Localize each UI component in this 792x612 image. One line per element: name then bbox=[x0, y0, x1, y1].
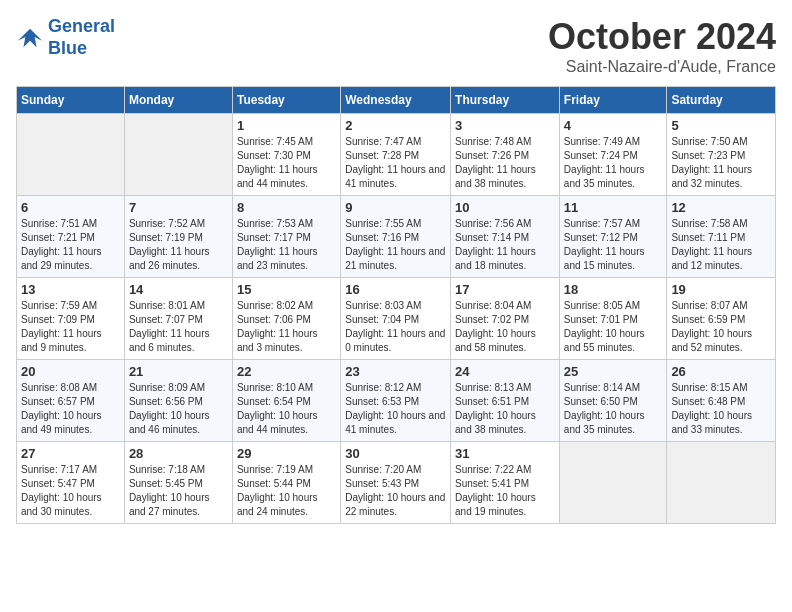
day-info: Sunrise: 7:22 AM Sunset: 5:41 PM Dayligh… bbox=[455, 463, 555, 519]
title-block: October 2024 Saint-Nazaire-d'Aude, Franc… bbox=[548, 16, 776, 76]
day-cell: 22Sunrise: 8:10 AM Sunset: 6:54 PM Dayli… bbox=[232, 360, 340, 442]
day-info: Sunrise: 8:05 AM Sunset: 7:01 PM Dayligh… bbox=[564, 299, 663, 355]
week-row-2: 6Sunrise: 7:51 AM Sunset: 7:21 PM Daylig… bbox=[17, 196, 776, 278]
day-cell: 2Sunrise: 7:47 AM Sunset: 7:28 PM Daylig… bbox=[341, 114, 451, 196]
week-row-3: 13Sunrise: 7:59 AM Sunset: 7:09 PM Dayli… bbox=[17, 278, 776, 360]
day-number: 18 bbox=[564, 282, 663, 297]
day-number: 19 bbox=[671, 282, 771, 297]
day-info: Sunrise: 8:14 AM Sunset: 6:50 PM Dayligh… bbox=[564, 381, 663, 437]
weekday-header-row: SundayMondayTuesdayWednesdayThursdayFrid… bbox=[17, 87, 776, 114]
svg-marker-0 bbox=[18, 28, 42, 47]
day-info: Sunrise: 7:51 AM Sunset: 7:21 PM Dayligh… bbox=[21, 217, 120, 273]
logo-icon bbox=[16, 24, 44, 52]
week-row-5: 27Sunrise: 7:17 AM Sunset: 5:47 PM Dayli… bbox=[17, 442, 776, 524]
day-number: 1 bbox=[237, 118, 336, 133]
weekday-header-wednesday: Wednesday bbox=[341, 87, 451, 114]
day-info: Sunrise: 7:55 AM Sunset: 7:16 PM Dayligh… bbox=[345, 217, 446, 273]
day-number: 26 bbox=[671, 364, 771, 379]
day-cell: 19Sunrise: 8:07 AM Sunset: 6:59 PM Dayli… bbox=[667, 278, 776, 360]
day-cell: 15Sunrise: 8:02 AM Sunset: 7:06 PM Dayli… bbox=[232, 278, 340, 360]
day-cell: 14Sunrise: 8:01 AM Sunset: 7:07 PM Dayli… bbox=[124, 278, 232, 360]
day-info: Sunrise: 7:53 AM Sunset: 7:17 PM Dayligh… bbox=[237, 217, 336, 273]
day-cell: 21Sunrise: 8:09 AM Sunset: 6:56 PM Dayli… bbox=[124, 360, 232, 442]
weekday-header-saturday: Saturday bbox=[667, 87, 776, 114]
page-header: General Blue October 2024 Saint-Nazaire-… bbox=[16, 16, 776, 76]
day-cell bbox=[559, 442, 667, 524]
day-cell bbox=[124, 114, 232, 196]
day-number: 31 bbox=[455, 446, 555, 461]
day-cell: 5Sunrise: 7:50 AM Sunset: 7:23 PM Daylig… bbox=[667, 114, 776, 196]
weekday-header-tuesday: Tuesday bbox=[232, 87, 340, 114]
day-cell: 11Sunrise: 7:57 AM Sunset: 7:12 PM Dayli… bbox=[559, 196, 667, 278]
day-info: Sunrise: 7:19 AM Sunset: 5:44 PM Dayligh… bbox=[237, 463, 336, 519]
day-number: 8 bbox=[237, 200, 336, 215]
day-cell: 18Sunrise: 8:05 AM Sunset: 7:01 PM Dayli… bbox=[559, 278, 667, 360]
day-number: 16 bbox=[345, 282, 446, 297]
day-number: 30 bbox=[345, 446, 446, 461]
day-cell: 30Sunrise: 7:20 AM Sunset: 5:43 PM Dayli… bbox=[341, 442, 451, 524]
day-cell: 29Sunrise: 7:19 AM Sunset: 5:44 PM Dayli… bbox=[232, 442, 340, 524]
day-cell: 25Sunrise: 8:14 AM Sunset: 6:50 PM Dayli… bbox=[559, 360, 667, 442]
day-info: Sunrise: 7:47 AM Sunset: 7:28 PM Dayligh… bbox=[345, 135, 446, 191]
day-cell: 8Sunrise: 7:53 AM Sunset: 7:17 PM Daylig… bbox=[232, 196, 340, 278]
day-cell: 20Sunrise: 8:08 AM Sunset: 6:57 PM Dayli… bbox=[17, 360, 125, 442]
day-info: Sunrise: 7:57 AM Sunset: 7:12 PM Dayligh… bbox=[564, 217, 663, 273]
day-info: Sunrise: 7:17 AM Sunset: 5:47 PM Dayligh… bbox=[21, 463, 120, 519]
day-cell: 27Sunrise: 7:17 AM Sunset: 5:47 PM Dayli… bbox=[17, 442, 125, 524]
day-info: Sunrise: 8:15 AM Sunset: 6:48 PM Dayligh… bbox=[671, 381, 771, 437]
day-info: Sunrise: 7:49 AM Sunset: 7:24 PM Dayligh… bbox=[564, 135, 663, 191]
day-number: 7 bbox=[129, 200, 228, 215]
day-cell: 17Sunrise: 8:04 AM Sunset: 7:02 PM Dayli… bbox=[451, 278, 560, 360]
day-cell: 28Sunrise: 7:18 AM Sunset: 5:45 PM Dayli… bbox=[124, 442, 232, 524]
calendar-table: SundayMondayTuesdayWednesdayThursdayFrid… bbox=[16, 86, 776, 524]
day-number: 2 bbox=[345, 118, 446, 133]
day-number: 29 bbox=[237, 446, 336, 461]
day-number: 6 bbox=[21, 200, 120, 215]
day-info: Sunrise: 8:07 AM Sunset: 6:59 PM Dayligh… bbox=[671, 299, 771, 355]
day-number: 27 bbox=[21, 446, 120, 461]
day-cell: 10Sunrise: 7:56 AM Sunset: 7:14 PM Dayli… bbox=[451, 196, 560, 278]
day-number: 12 bbox=[671, 200, 771, 215]
day-info: Sunrise: 7:48 AM Sunset: 7:26 PM Dayligh… bbox=[455, 135, 555, 191]
weekday-header-friday: Friday bbox=[559, 87, 667, 114]
day-info: Sunrise: 8:01 AM Sunset: 7:07 PM Dayligh… bbox=[129, 299, 228, 355]
day-cell: 4Sunrise: 7:49 AM Sunset: 7:24 PM Daylig… bbox=[559, 114, 667, 196]
location-title: Saint-Nazaire-d'Aude, France bbox=[548, 58, 776, 76]
day-info: Sunrise: 8:03 AM Sunset: 7:04 PM Dayligh… bbox=[345, 299, 446, 355]
day-info: Sunrise: 7:20 AM Sunset: 5:43 PM Dayligh… bbox=[345, 463, 446, 519]
day-number: 5 bbox=[671, 118, 771, 133]
day-info: Sunrise: 7:58 AM Sunset: 7:11 PM Dayligh… bbox=[671, 217, 771, 273]
month-title: October 2024 bbox=[548, 16, 776, 58]
logo: General Blue bbox=[16, 16, 115, 59]
day-cell: 24Sunrise: 8:13 AM Sunset: 6:51 PM Dayli… bbox=[451, 360, 560, 442]
day-info: Sunrise: 7:56 AM Sunset: 7:14 PM Dayligh… bbox=[455, 217, 555, 273]
day-number: 11 bbox=[564, 200, 663, 215]
day-number: 22 bbox=[237, 364, 336, 379]
day-cell: 13Sunrise: 7:59 AM Sunset: 7:09 PM Dayli… bbox=[17, 278, 125, 360]
logo-text: General Blue bbox=[48, 16, 115, 59]
day-number: 13 bbox=[21, 282, 120, 297]
day-info: Sunrise: 7:52 AM Sunset: 7:19 PM Dayligh… bbox=[129, 217, 228, 273]
day-cell: 31Sunrise: 7:22 AM Sunset: 5:41 PM Dayli… bbox=[451, 442, 560, 524]
day-cell: 26Sunrise: 8:15 AM Sunset: 6:48 PM Dayli… bbox=[667, 360, 776, 442]
day-cell: 23Sunrise: 8:12 AM Sunset: 6:53 PM Dayli… bbox=[341, 360, 451, 442]
day-info: Sunrise: 8:12 AM Sunset: 6:53 PM Dayligh… bbox=[345, 381, 446, 437]
day-number: 25 bbox=[564, 364, 663, 379]
day-number: 14 bbox=[129, 282, 228, 297]
day-cell: 9Sunrise: 7:55 AM Sunset: 7:16 PM Daylig… bbox=[341, 196, 451, 278]
day-cell: 1Sunrise: 7:45 AM Sunset: 7:30 PM Daylig… bbox=[232, 114, 340, 196]
day-cell: 6Sunrise: 7:51 AM Sunset: 7:21 PM Daylig… bbox=[17, 196, 125, 278]
day-info: Sunrise: 8:02 AM Sunset: 7:06 PM Dayligh… bbox=[237, 299, 336, 355]
day-number: 17 bbox=[455, 282, 555, 297]
day-cell: 3Sunrise: 7:48 AM Sunset: 7:26 PM Daylig… bbox=[451, 114, 560, 196]
day-number: 15 bbox=[237, 282, 336, 297]
day-number: 24 bbox=[455, 364, 555, 379]
day-cell bbox=[17, 114, 125, 196]
day-number: 23 bbox=[345, 364, 446, 379]
day-info: Sunrise: 7:18 AM Sunset: 5:45 PM Dayligh… bbox=[129, 463, 228, 519]
weekday-header-sunday: Sunday bbox=[17, 87, 125, 114]
logo-line1: General bbox=[48, 16, 115, 36]
weekday-header-thursday: Thursday bbox=[451, 87, 560, 114]
week-row-4: 20Sunrise: 8:08 AM Sunset: 6:57 PM Dayli… bbox=[17, 360, 776, 442]
day-info: Sunrise: 7:59 AM Sunset: 7:09 PM Dayligh… bbox=[21, 299, 120, 355]
